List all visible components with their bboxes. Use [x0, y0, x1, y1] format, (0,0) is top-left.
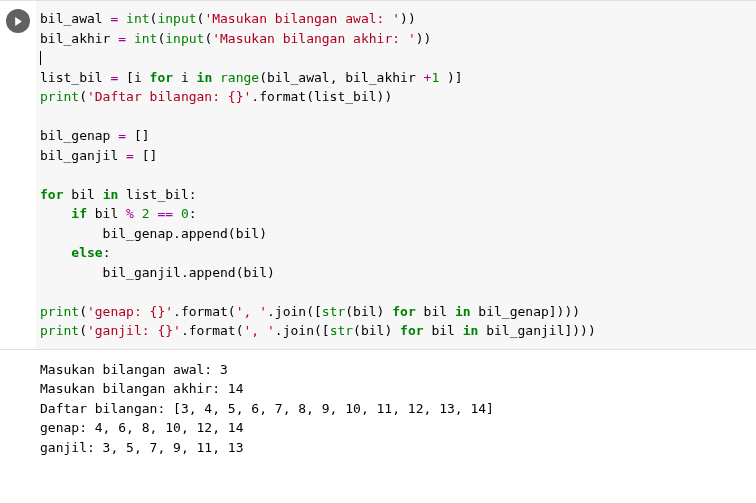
code-line: for bil in list_bil: — [40, 187, 197, 202]
code-line: if bil % 2 == 0: — [40, 206, 197, 221]
play-icon — [13, 16, 24, 27]
output-line: Masukan bilangan akhir: 14 — [40, 381, 244, 396]
code-line: bil_akhir = int(input('Masukan bilangan … — [40, 31, 431, 46]
output-line: genap: 4, 6, 8, 10, 12, 14 — [40, 420, 244, 435]
run-button[interactable] — [6, 9, 30, 33]
code-line: bil_ganjil.append(bil) — [40, 265, 275, 280]
output-line: ganjil: 3, 5, 7, 9, 11, 13 — [40, 440, 244, 455]
text-cursor — [40, 51, 41, 65]
code-line — [40, 50, 41, 65]
code-line: print('genap: {}'.format(', '.join([str(… — [40, 304, 580, 319]
code-line: print('Daftar bilangan: {}'.format(list_… — [40, 89, 392, 104]
code-line: bil_awal = int(input('Masukan bilangan a… — [40, 11, 416, 26]
cell-output: Masukan bilangan awal: 3 Masukan bilanga… — [36, 350, 756, 474]
code-editor[interactable]: bil_awal = int(input('Masukan bilangan a… — [36, 1, 756, 349]
output-line: Daftar bilangan: [3, 4, 5, 6, 7, 8, 9, 1… — [40, 401, 494, 416]
code-cell: bil_awal = int(input('Masukan bilangan a… — [0, 0, 756, 350]
cell-gutter — [0, 1, 36, 349]
code-line: else: — [40, 245, 110, 260]
code-line: print('ganjil: {}'.format(', '.join([str… — [40, 323, 596, 338]
code-line: list_bil = [i for i in range(bil_awal, b… — [40, 70, 463, 85]
output-line: Masukan bilangan awal: 3 — [40, 362, 228, 377]
code-line: bil_ganjil = [] — [40, 148, 157, 163]
code-line: bil_genap.append(bil) — [40, 226, 267, 241]
code-line: bil_genap = [] — [40, 128, 150, 143]
